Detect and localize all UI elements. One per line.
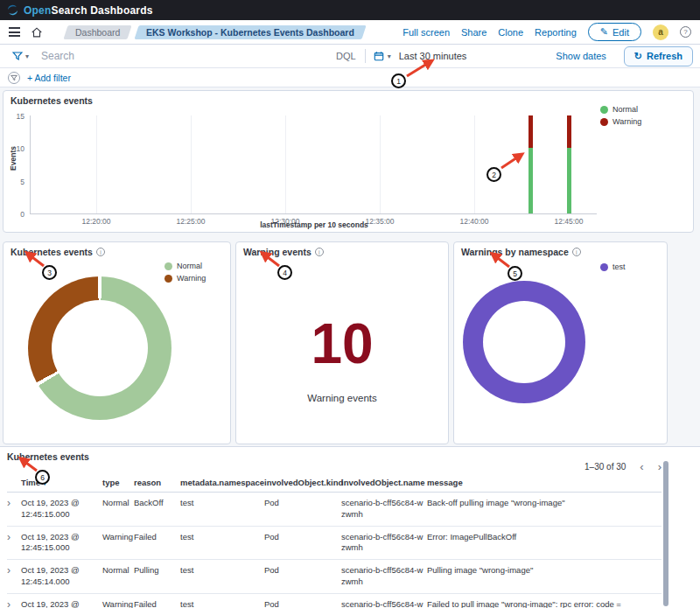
chevron-down-icon: ▾: [25, 52, 29, 60]
menu-icon[interactable]: [9, 27, 20, 37]
full-screen-link[interactable]: Full screen: [402, 27, 450, 38]
date-picker-button[interactable]: ▾: [366, 51, 399, 61]
x-tick-label: 12:20:00: [70, 217, 122, 226]
column-header-time[interactable]: Time▾: [21, 475, 102, 492]
legend-item-test[interactable]: test: [600, 262, 626, 271]
avatar[interactable]: a: [653, 24, 668, 40]
expand-row-icon[interactable]: ›: [7, 564, 10, 577]
filter-options-icon[interactable]: [8, 72, 20, 84]
bar-segment-warning[interactable]: [567, 115, 571, 148]
y-tick-label: 10: [17, 144, 24, 153]
cell-type: Warning: [102, 527, 134, 560]
cell-reason: Failed: [134, 527, 180, 560]
dql-language-button[interactable]: DQL: [327, 51, 365, 61]
table-row: › Oct 19, 2023 @ 12:45:14.000 Normal Pul…: [7, 560, 662, 594]
gridline: [474, 115, 475, 213]
cell-time: Oct 19, 2023 @ 12:45:15.000: [21, 527, 102, 560]
legend-item-warning[interactable]: Warning: [600, 117, 641, 126]
previous-page-icon[interactable]: ‹: [640, 461, 643, 472]
filter-icon: [12, 51, 23, 61]
normal-legend-dot-icon: [164, 262, 172, 270]
bar-segment-normal[interactable]: [567, 148, 571, 213]
annotation-marker-4: 4: [277, 265, 292, 280]
info-icon[interactable]: i: [96, 248, 105, 256]
edit-button[interactable]: ✎ Edit: [588, 23, 641, 41]
share-link[interactable]: Share: [461, 27, 486, 38]
cell-reason: BackOff: [134, 493, 180, 526]
saved-query-menu-button[interactable]: ▾: [7, 51, 34, 61]
namespace-donut-chart[interactable]: [463, 281, 585, 403]
annotation-marker-3: 3: [42, 265, 57, 280]
warning-events-count: 10: [236, 316, 448, 372]
bar-segment-warning[interactable]: [528, 115, 533, 148]
expand-row-icon[interactable]: ›: [7, 598, 10, 608]
cell-namespace: test: [180, 594, 264, 608]
warning-legend-dot-icon: [164, 275, 172, 283]
refresh-button[interactable]: ↻ Refresh: [624, 46, 693, 66]
column-header-name[interactable]: involvedObject.name: [341, 475, 427, 492]
reporting-link[interactable]: Reporting: [535, 27, 577, 38]
histogram-legend: Normal Warning: [600, 105, 641, 129]
annotation-marker-5: 5: [508, 266, 522, 281]
events-donut-chart[interactable]: [28, 276, 172, 420]
panel-title: Warning events i: [243, 247, 324, 257]
column-header-kind[interactable]: involvedObject.kind: [264, 475, 341, 492]
show-dates-link[interactable]: Show dates: [545, 51, 616, 61]
next-page-icon[interactable]: ›: [658, 461, 662, 472]
cell-kind: Pod: [264, 527, 341, 560]
cell-name: scenario-b-cff56c84-wzwmh: [341, 527, 427, 560]
column-header-type[interactable]: type: [102, 475, 134, 492]
gridline: [285, 115, 286, 213]
cell-kind: Pod: [264, 493, 341, 526]
info-icon[interactable]: i: [572, 248, 581, 256]
panel-title: Kubernetes events: [7, 451, 89, 462]
add-filter-link[interactable]: + Add filter: [27, 73, 71, 83]
app-title: OpenSearch Dashboards: [24, 4, 153, 17]
cell-name: scenario-b-cff56c84-wzwmh: [341, 493, 427, 526]
warning-events-metric-panel: Warning events i 10 Warning events: [235, 241, 449, 444]
help-icon[interactable]: ?: [680, 26, 691, 38]
column-header-reason[interactable]: reason: [134, 475, 180, 492]
dashboard-content: Kubernetes events Events 051015 12:20:00…: [0, 87, 700, 608]
table-row: › Oct 19, 2023 @ 12:45:15.000 Normal Bac…: [7, 493, 662, 527]
kubernetes-events-donut-panel: Kubernetes events i Normal Warning: [3, 241, 231, 444]
table-header-row: Time▾ type reason metadata.namespace inv…: [7, 475, 662, 493]
expand-row-icon[interactable]: ›: [7, 531, 10, 543]
test-legend-dot-icon: [600, 263, 608, 271]
gridline: [191, 115, 192, 213]
legend-item-normal[interactable]: Normal: [164, 262, 206, 270]
breadcrumb-current-dashboard[interactable]: EKS Workshop - Kubernetes Events Dashboa…: [135, 25, 367, 39]
gridline: [380, 115, 381, 213]
annotation-marker-2: 2: [486, 167, 501, 182]
donut-hole: [483, 301, 565, 383]
donut-legend: Normal Warning: [164, 262, 206, 286]
histogram-plot-area[interactable]: 12:20:0012:25:0012:30:0012:35:0012:40:00…: [30, 115, 597, 214]
namespace-legend: test: [600, 262, 626, 275]
column-header-message[interactable]: message: [427, 475, 662, 492]
expand-row-icon[interactable]: ›: [7, 497, 10, 509]
cell-namespace: test: [180, 493, 264, 526]
breadcrumb: Dashboard EKS Workshop - Kubernetes Even…: [66, 25, 364, 39]
breadcrumb-dashboard[interactable]: Dashboard: [63, 25, 132, 39]
cell-name: scenario-b-cff56c84-wzwmh: [341, 560, 427, 593]
home-icon[interactable]: [31, 26, 43, 38]
refresh-icon: ↻: [634, 51, 642, 62]
search-input[interactable]: [34, 46, 327, 66]
bar-segment-normal[interactable]: [528, 148, 533, 213]
cell-type: Warning: [102, 594, 134, 608]
calendar-icon: [374, 51, 384, 61]
table-scrollbar[interactable]: [663, 461, 668, 606]
cell-reason: Pulling: [134, 560, 180, 593]
y-tick-label: 0: [20, 210, 24, 219]
cell-namespace: test: [180, 560, 264, 593]
legend-item-normal[interactable]: Normal: [600, 105, 641, 114]
cell-message: Error: ImagePullBackOff: [427, 527, 662, 560]
legend-item-warning[interactable]: Warning: [164, 274, 206, 283]
info-icon[interactable]: i: [315, 248, 324, 256]
panel-title: Kubernetes events i: [10, 247, 105, 257]
clone-link[interactable]: Clone: [498, 27, 523, 38]
pagination-range: 1–30 of 30: [584, 462, 626, 472]
panel-title: Warnings by namespace i: [461, 247, 581, 257]
time-range-value[interactable]: Last 30 minutes: [399, 51, 546, 61]
column-header-namespace[interactable]: metadata.namespace: [180, 475, 264, 492]
